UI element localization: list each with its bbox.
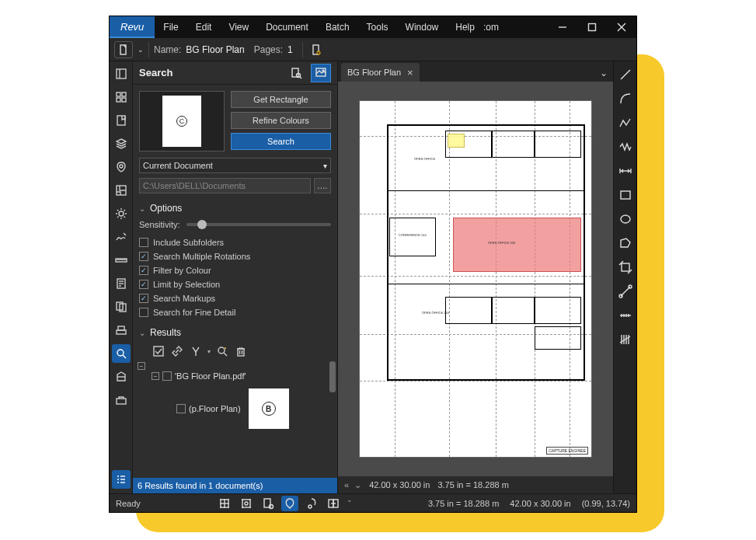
spaces-icon[interactable] [112, 181, 131, 200]
forms-icon[interactable] [112, 274, 131, 293]
document-status-bar: « ⌄ 42.00 x 30.00 in 3.75 in = 18.288 m [338, 476, 613, 493]
search-panel: Search C Get Rectangle Refine Colours Se… [133, 61, 338, 493]
dimension-tool-icon[interactable] [617, 162, 634, 179]
ruler-h-icon[interactable] [617, 307, 634, 324]
right-tool-rail [613, 61, 636, 493]
document-tab[interactable]: BG Floor Plan × [341, 63, 420, 82]
document-menu-icon[interactable] [114, 41, 133, 58]
include-subfolders-checkbox[interactable]: Include Subfolders [139, 235, 331, 249]
search-scope-dropdown[interactable]: Current Document ▾ [139, 158, 331, 173]
document-viewport[interactable]: OPEN OFFICE CONFERENCE 244 OPEN OFFICE 2… [338, 82, 613, 476]
filter-colour-checkbox[interactable]: Filter by Colour [139, 263, 331, 277]
sets-icon[interactable] [112, 368, 131, 386]
window-minimize-button[interactable] [548, 16, 577, 38]
menu-view[interactable]: View [220, 16, 257, 38]
svg-rect-14 [122, 98, 126, 102]
sync-view-icon[interactable] [325, 496, 342, 511]
polyline-tool-icon[interactable] [617, 114, 634, 131]
menu-file[interactable]: File [155, 16, 186, 38]
get-rectangle-button[interactable]: Get Rectangle [231, 91, 331, 108]
check-all-icon[interactable] [152, 344, 165, 358]
tree-page-checkbox[interactable] [176, 404, 186, 413]
chevron-down-icon[interactable]: ⌄ [138, 46, 144, 54]
slider-knob[interactable] [197, 220, 207, 229]
count-tool-icon[interactable] [617, 331, 634, 348]
menu-tools[interactable]: Tools [358, 16, 397, 38]
compare-icon[interactable] [112, 298, 131, 316]
titlebar: Revu File Edit View Document Batch Tools… [110, 16, 636, 38]
document-bar: ⌄ Name: BG Floor Plan Pages: 1 [110, 38, 636, 61]
search-icon[interactable] [112, 344, 131, 363]
brand-label[interactable]: Revu [110, 16, 155, 38]
tree-collapse-icon[interactable]: − [152, 372, 159, 380]
ellipse-tool-icon[interactable] [617, 211, 634, 228]
nav-first-icon[interactable]: « [344, 480, 347, 489]
tab-close-icon[interactable]: × [407, 67, 413, 78]
menu-batch[interactable]: Batch [317, 16, 358, 38]
menu-window[interactable]: Window [397, 16, 448, 38]
fine-detail-checkbox[interactable]: Search for Fine Detail [139, 305, 331, 319]
crop-tool-icon[interactable] [617, 259, 634, 276]
list-panel-icon[interactable] [112, 470, 131, 489]
svg-rect-32 [117, 330, 126, 334]
multiple-rotations-checkbox[interactable]: Search Multiple Rotations [139, 249, 331, 263]
sensitivity-slider[interactable] [186, 223, 331, 226]
new-page-button[interactable] [308, 42, 325, 57]
delete-result-icon[interactable] [234, 344, 248, 358]
left-tool-rail [110, 61, 133, 493]
tree-page-label[interactable]: (p.Floor Plan) [189, 404, 241, 413]
apply-count-icon[interactable] [189, 344, 203, 358]
grid-toggle-icon[interactable] [216, 496, 233, 511]
menu-document[interactable]: Document [257, 16, 317, 38]
menu-edit[interactable]: Edit [187, 16, 221, 38]
scanner-icon[interactable] [112, 321, 131, 340]
result-thumbnail[interactable]: B [249, 388, 289, 429]
panel-scrollbar[interactable] [329, 361, 336, 392]
hyperlink-icon[interactable] [170, 344, 184, 358]
window-close-button[interactable] [607, 16, 636, 38]
toolchest-icon[interactable] [112, 391, 131, 409]
polygon-tool-icon[interactable] [617, 235, 634, 252]
browse-path-button[interactable]: .... [314, 178, 331, 193]
status-cursor: (0.99, 13.74) [582, 499, 630, 508]
tree-file-label[interactable]: 'BG Floor Plan.pdf' [175, 371, 246, 381]
highlight-result-icon[interactable] [215, 344, 229, 358]
signatures-icon[interactable] [112, 228, 131, 246]
zigzag-tool-icon[interactable] [617, 138, 634, 155]
tree-file-checkbox[interactable] [162, 371, 172, 381]
arc-tool-icon[interactable] [617, 90, 634, 107]
tab-overflow-icon[interactable]: ⌄ [594, 64, 613, 82]
layers-icon[interactable] [112, 134, 131, 153]
thumbnails-icon[interactable] [112, 88, 131, 106]
svg-point-65 [621, 215, 630, 223]
refine-colours-button[interactable]: Refine Colours [231, 112, 331, 129]
text-search-mode-icon[interactable] [286, 64, 306, 82]
search-markups-checkbox[interactable]: Search Markups [139, 291, 331, 305]
panel-toggle-icon[interactable] [112, 64, 131, 83]
tree-collapse-icon[interactable]: − [138, 362, 145, 370]
reuse-tool-icon[interactable] [303, 496, 320, 511]
search-button[interactable]: Search [231, 133, 331, 150]
menu-help[interactable]: Help [447, 16, 483, 38]
limit-selection-checkbox[interactable]: Limit by Selection [139, 277, 331, 291]
results-section-toggle[interactable]: ⌄ Results [133, 322, 337, 343]
bar-chevron-icon[interactable]: ⌄ [347, 496, 353, 511]
status-scale: 3.75 in = 18.288 m [428, 499, 499, 508]
snap-markup-icon[interactable] [281, 496, 298, 511]
options-section-toggle[interactable]: ⌄ Options [133, 198, 337, 218]
search-template-thumbnail[interactable]: C [139, 91, 225, 152]
chevron-down-icon[interactable]: ⌄ [354, 480, 361, 490]
bookmarks-icon[interactable] [112, 111, 131, 130]
window-maximize-button[interactable] [577, 16, 607, 38]
line-tool-icon[interactable] [617, 66, 634, 83]
svg-line-52 [224, 353, 227, 356]
calibrate-tool-icon[interactable] [617, 283, 634, 300]
rectangle-tool-icon[interactable] [617, 186, 634, 204]
measure-icon[interactable] [112, 251, 131, 270]
places-icon[interactable] [112, 158, 131, 176]
snap-content-icon[interactable] [260, 496, 277, 511]
dropdown-chevron-icon[interactable]: ▾ [207, 348, 211, 355]
settings-icon[interactable] [112, 204, 131, 223]
visual-search-mode-icon[interactable] [311, 64, 331, 82]
snap-grid-icon[interactable] [238, 496, 255, 511]
